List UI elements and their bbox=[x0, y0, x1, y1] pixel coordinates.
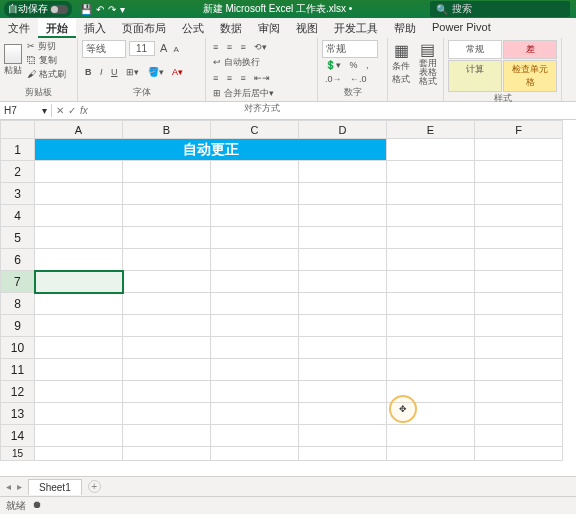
font-name-combo[interactable]: 等线 bbox=[82, 40, 126, 58]
row-header-3[interactable]: 3 bbox=[1, 183, 35, 205]
accounting-icon[interactable]: 💲▾ bbox=[322, 58, 344, 72]
font-color-button[interactable]: A▾ bbox=[169, 65, 186, 79]
bold-button[interactable]: B bbox=[82, 65, 95, 79]
italic-button[interactable]: I bbox=[97, 65, 106, 79]
align-right-icon[interactable]: ≡ bbox=[238, 71, 249, 85]
format-painter-button[interactable]: 🖌 格式刷 bbox=[27, 68, 66, 81]
sheet-tab-sheet1[interactable]: Sheet1 bbox=[28, 479, 82, 495]
autosave-switch[interactable] bbox=[50, 5, 68, 14]
cell-reference: H7 bbox=[4, 105, 17, 116]
number-format-combo[interactable]: 常规 bbox=[322, 40, 378, 58]
row-header-7[interactable]: 7 bbox=[1, 271, 35, 293]
formula-input[interactable] bbox=[92, 110, 576, 112]
group-cond-format: ▦条件格式 ▤套用 表格格式 bbox=[388, 38, 444, 101]
copy-button[interactable]: ⿻ 复制 bbox=[27, 54, 66, 67]
row-header-1[interactable]: 1 bbox=[1, 139, 35, 161]
menu-home[interactable]: 开始 bbox=[38, 18, 76, 38]
menu-layout[interactable]: 页面布局 bbox=[114, 18, 174, 38]
col-header-A[interactable]: A bbox=[35, 121, 123, 139]
row-header-2[interactable]: 2 bbox=[1, 161, 35, 183]
enter-icon[interactable]: ✓ bbox=[68, 105, 76, 116]
grid-table: A B C D E F 1 自动更正 2 3 4 5 6 7 8 9 10 11… bbox=[0, 120, 563, 461]
select-all-corner[interactable] bbox=[1, 121, 35, 139]
cut-button[interactable]: ✂ 剪切 bbox=[27, 40, 66, 53]
menu-data[interactable]: 数据 bbox=[212, 18, 250, 38]
name-box[interactable]: H7▾ bbox=[0, 104, 52, 117]
search-box[interactable]: 🔍 搜索 bbox=[430, 1, 570, 17]
paste-button[interactable]: 粘贴 bbox=[4, 44, 22, 77]
row-header-5[interactable]: 5 bbox=[1, 227, 35, 249]
border-button[interactable]: ⊞▾ bbox=[123, 65, 142, 79]
menu-insert[interactable]: 插入 bbox=[76, 18, 114, 38]
undo-icon[interactable]: ↶ bbox=[96, 4, 104, 15]
wrap-text-button[interactable]: ↩ 自动换行 bbox=[210, 54, 263, 71]
align-left-icon[interactable]: ≡ bbox=[210, 71, 221, 85]
row-header-15[interactable]: 15 bbox=[1, 447, 35, 461]
style-normal[interactable]: 常规 bbox=[448, 40, 502, 59]
align-center-icon[interactable]: ≡ bbox=[224, 71, 235, 85]
conditional-format-button[interactable]: ▦条件格式 bbox=[392, 41, 411, 86]
active-cell[interactable] bbox=[35, 271, 123, 293]
underline-button[interactable]: U bbox=[108, 65, 121, 79]
font-size-combo[interactable]: 11 bbox=[129, 41, 155, 56]
dec-decimal-icon[interactable]: ←.0 bbox=[347, 72, 370, 86]
save-icon[interactable]: 💾 bbox=[80, 4, 92, 15]
col-header-B[interactable]: B bbox=[123, 121, 211, 139]
orientation-icon[interactable]: ⟲▾ bbox=[251, 40, 270, 54]
row-header-11[interactable]: 11 bbox=[1, 359, 35, 381]
align-bottom-icon[interactable]: ≡ bbox=[238, 40, 249, 54]
col-header-F[interactable]: F bbox=[475, 121, 563, 139]
row-header-13[interactable]: 13 bbox=[1, 403, 35, 425]
align-top-icon[interactable]: ≡ bbox=[210, 40, 221, 54]
menu-pivot[interactable]: Power Pivot bbox=[424, 18, 499, 38]
row-header-12[interactable]: 12 bbox=[1, 381, 35, 403]
menu-file[interactable]: 文件 bbox=[0, 18, 38, 38]
sheet-nav-prev-icon[interactable]: ◂ bbox=[6, 481, 11, 492]
search-placeholder: 搜索 bbox=[452, 2, 472, 16]
cell-F1[interactable] bbox=[475, 139, 563, 161]
menu-formulas[interactable]: 公式 bbox=[174, 18, 212, 38]
row-header-9[interactable]: 9 bbox=[1, 315, 35, 337]
style-calc[interactable]: 计算 bbox=[448, 60, 502, 92]
percent-icon[interactable]: % bbox=[347, 58, 361, 72]
align-middle-icon[interactable]: ≡ bbox=[224, 40, 235, 54]
cancel-icon[interactable]: ✕ bbox=[56, 105, 64, 116]
fill-color-button[interactable]: 🪣▾ bbox=[145, 65, 167, 79]
autosave-label: 自动保存 bbox=[8, 2, 48, 16]
macro-record-icon[interactable]: ⏺ bbox=[32, 499, 42, 512]
namebox-dropdown-icon[interactable]: ▾ bbox=[42, 105, 47, 116]
row-header-6[interactable]: 6 bbox=[1, 249, 35, 271]
cell-E1[interactable] bbox=[387, 139, 475, 161]
indent-icon[interactable]: ⇤⇥ bbox=[251, 71, 273, 85]
row-header-14[interactable]: 14 bbox=[1, 425, 35, 447]
align-label: 对齐方式 bbox=[210, 102, 313, 115]
merge-button[interactable]: ⊞ 合并后居中▾ bbox=[210, 85, 277, 102]
increase-font-icon[interactable]: A bbox=[157, 40, 170, 56]
row-header-4[interactable]: 4 bbox=[1, 205, 35, 227]
redo-icon[interactable]: ↷ bbox=[108, 4, 116, 15]
decrease-font-icon[interactable]: A bbox=[170, 43, 181, 56]
font-label: 字体 bbox=[82, 86, 201, 99]
style-check[interactable]: 检查单元格 bbox=[503, 60, 557, 92]
sheet-nav-next-icon[interactable]: ▸ bbox=[17, 481, 22, 492]
group-font: 等线 11 AA B I U ⊞▾ 🪣▾ A▾ 字体 bbox=[78, 38, 206, 101]
col-header-E[interactable]: E bbox=[387, 121, 475, 139]
col-header-D[interactable]: D bbox=[299, 121, 387, 139]
format-as-table-button[interactable]: ▤套用 表格格式 bbox=[419, 40, 438, 86]
cell-A1-D1-merged[interactable]: 自动更正 bbox=[35, 139, 387, 161]
menu-view[interactable]: 视图 bbox=[288, 18, 326, 38]
autosave-toggle[interactable]: 自动保存 bbox=[4, 1, 72, 17]
inc-decimal-icon[interactable]: .0→ bbox=[322, 72, 345, 86]
comma-icon[interactable]: , bbox=[363, 58, 372, 72]
row-header-8[interactable]: 8 bbox=[1, 293, 35, 315]
menu-help[interactable]: 帮助 bbox=[386, 18, 424, 38]
add-sheet-button[interactable]: + bbox=[88, 480, 101, 493]
menu-dev[interactable]: 开发工具 bbox=[326, 18, 386, 38]
worksheet-grid[interactable]: A B C D E F 1 自动更正 2 3 4 5 6 7 8 9 10 11… bbox=[0, 120, 576, 476]
paste-icon bbox=[4, 44, 22, 64]
fx-icon[interactable]: fx bbox=[80, 105, 88, 116]
col-header-C[interactable]: C bbox=[211, 121, 299, 139]
style-bad[interactable]: 差 bbox=[503, 40, 557, 59]
menu-review[interactable]: 审阅 bbox=[250, 18, 288, 38]
row-header-10[interactable]: 10 bbox=[1, 337, 35, 359]
